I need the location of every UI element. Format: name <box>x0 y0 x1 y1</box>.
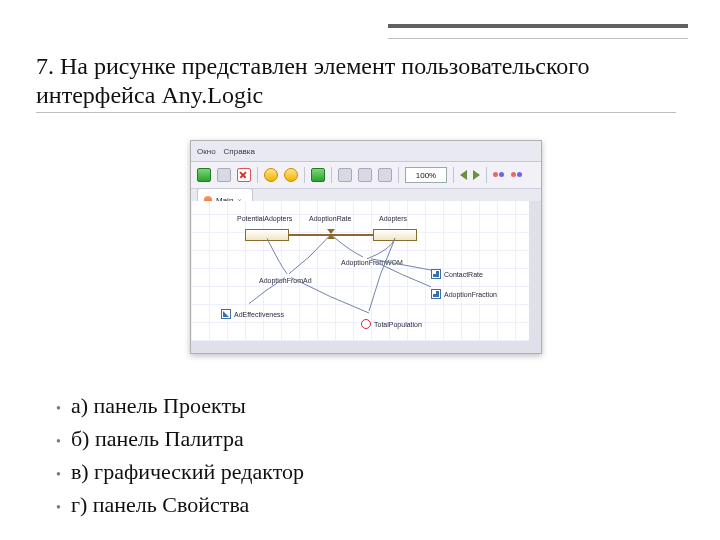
nav-forward-icon[interactable] <box>473 170 480 180</box>
menu-help[interactable]: Справка <box>224 147 255 156</box>
bullet-icon: • <box>56 494 61 522</box>
delete-icon[interactable] <box>237 168 251 182</box>
graphical-editor-canvas[interactable]: PotentialAdopters Adopters AdoptionRate … <box>191 201 541 353</box>
decorative-rule <box>388 24 688 39</box>
new-icon[interactable] <box>197 168 211 182</box>
toolbar-separator <box>331 167 332 183</box>
answer-a: • а) панель Проекты <box>56 390 304 423</box>
anylogic-window: Окно Справка 100% <box>190 140 542 354</box>
answer-text: г) панель Свойства <box>71 489 249 521</box>
toolbar-separator <box>257 167 258 183</box>
misc-icon[interactable] <box>493 169 505 181</box>
question-line: 7. На рисунке представлен элемент пользо… <box>36 52 676 113</box>
toolbar-separator <box>486 167 487 183</box>
tool-icon[interactable] <box>338 168 352 182</box>
open-icon[interactable] <box>217 168 231 182</box>
redo-icon[interactable] <box>284 168 298 182</box>
undo-icon[interactable] <box>264 168 278 182</box>
toolbar-separator <box>453 167 454 183</box>
answer-text: а) панель Проекты <box>71 390 246 422</box>
answer-b: • б) панель Палитра <box>56 423 304 456</box>
answer-d: • г) панель Свойства <box>56 489 304 522</box>
toolbar-separator <box>304 167 305 183</box>
misc-icon[interactable] <box>511 169 523 181</box>
tool-icon[interactable] <box>358 168 372 182</box>
zoom-field[interactable]: 100% <box>405 167 447 183</box>
menu-window[interactable]: Окно <box>197 147 216 156</box>
bullet-icon: • <box>56 395 61 423</box>
run-icon[interactable] <box>311 168 325 182</box>
menubar: Окно Справка <box>191 141 541 162</box>
bullet-icon: • <box>56 461 61 489</box>
tool-icon[interactable] <box>378 168 392 182</box>
dependency-links <box>191 201 529 341</box>
bullet-icon: • <box>56 428 61 456</box>
answer-c: • в) графический редактор <box>56 456 304 489</box>
slide: 7. На рисунке представлен элемент пользо… <box>0 0 720 540</box>
toolbar-separator <box>398 167 399 183</box>
toolbar: 100% <box>191 162 541 189</box>
answer-text: в) графический редактор <box>71 456 304 488</box>
screenshot: Окно Справка 100% <box>190 140 542 354</box>
answer-list: • а) панель Проекты • б) панель Палитра … <box>56 390 304 522</box>
nav-back-icon[interactable] <box>460 170 467 180</box>
answer-text: б) панель Палитра <box>71 423 244 455</box>
question-text: 7. На рисунке представлен элемент пользо… <box>36 52 676 113</box>
